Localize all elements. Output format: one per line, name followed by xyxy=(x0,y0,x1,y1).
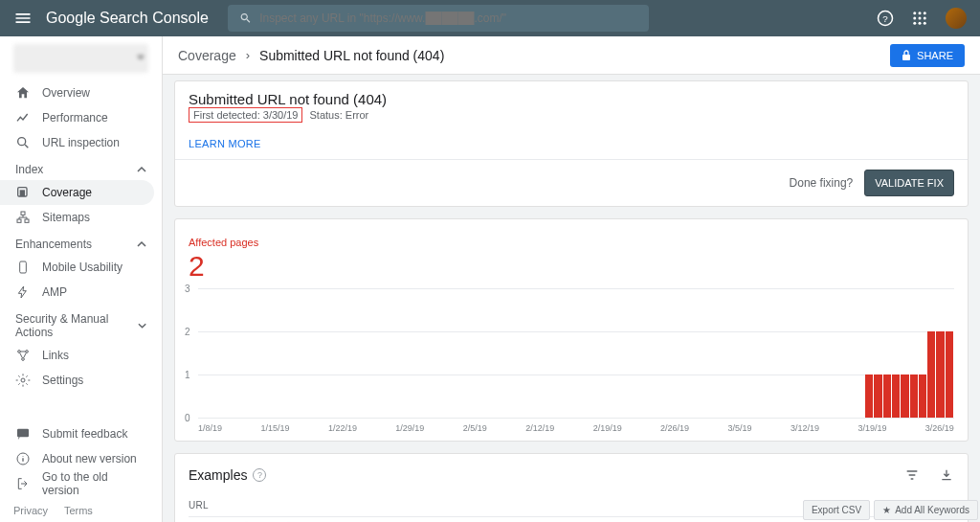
affected-pages-label: Affected pages xyxy=(189,237,954,248)
sidebar: Overview Performance URL inspection Inde… xyxy=(0,36,163,522)
svg-rect-17 xyxy=(20,261,27,273)
svg-rect-24 xyxy=(902,55,910,60)
chart-x-axis: 1/8/191/15/191/22/191/29/192/5/192/12/19… xyxy=(198,423,954,433)
affected-pages-count: 2 xyxy=(189,250,954,283)
svg-text:?: ? xyxy=(882,13,888,24)
exit-icon xyxy=(15,476,31,491)
sidebar-item-old-version[interactable]: Go to the old version xyxy=(0,471,162,496)
share-button[interactable]: SHARE xyxy=(890,44,965,67)
search-icon xyxy=(239,11,252,25)
sidebar-label: Links xyxy=(42,349,69,362)
sidebar-label: Settings xyxy=(42,374,83,387)
chevron-up-icon xyxy=(137,239,146,249)
learn-more-link[interactable]: LEARN MORE xyxy=(189,138,261,149)
issue-meta: First detected: 3/30/19 Status: Error xyxy=(189,109,954,121)
logo-sc: Search Console xyxy=(100,10,209,26)
sidebar-footer: Privacy Terms xyxy=(13,505,106,516)
svg-rect-15 xyxy=(17,219,21,222)
logo-google: Google xyxy=(46,10,96,26)
amp-icon xyxy=(15,284,31,300)
svg-point-9 xyxy=(919,22,922,25)
sidebar-item-amp[interactable]: AMP xyxy=(0,280,162,305)
status-value: Error xyxy=(345,109,368,121)
lock-icon xyxy=(902,50,911,61)
sidebar-item-performance[interactable]: Performance xyxy=(0,105,162,130)
svg-point-11 xyxy=(18,138,26,146)
sidebar-section-security[interactable]: Security & Manual Actions xyxy=(0,305,162,343)
gear-icon xyxy=(15,373,31,388)
validate-fix-button[interactable]: VALIDATE FIX xyxy=(864,170,954,196)
svg-point-20 xyxy=(22,358,25,361)
add-kw-label: Add All Keywords xyxy=(895,505,969,515)
first-detected-label: First detected: xyxy=(193,109,260,121)
section-label: Security & Manual Actions xyxy=(15,312,138,339)
svg-rect-13 xyxy=(20,190,25,196)
status-label: Status: xyxy=(310,109,343,121)
sidebar-section-index[interactable]: Index xyxy=(0,155,162,180)
url-inspect-searchbar[interactable] xyxy=(228,5,649,32)
sidebar-item-settings[interactable]: Settings xyxy=(0,368,162,393)
svg-point-8 xyxy=(913,22,916,25)
extension-toolbar: Export CSV ★Add All Keywords xyxy=(803,500,978,520)
sidebar-item-feedback[interactable]: Submit feedback xyxy=(0,421,162,446)
terms-link[interactable]: Terms xyxy=(64,505,93,516)
issue-summary-card: Submitted URL not found (404) First dete… xyxy=(174,80,969,207)
sidebar-label: URL inspection xyxy=(42,136,120,149)
sidebar-label: Sitemaps xyxy=(42,211,90,224)
property-selector[interactable] xyxy=(13,44,148,73)
sidebar-item-mobile[interactable]: Mobile Usability xyxy=(0,255,162,280)
svg-point-5 xyxy=(913,17,916,20)
sidebar-label: Performance xyxy=(42,111,108,125)
chevron-right-icon: › xyxy=(246,48,250,62)
affected-pages-chart: 0123 xyxy=(189,288,954,418)
coverage-icon xyxy=(15,185,31,200)
svg-point-10 xyxy=(924,22,926,25)
svg-rect-14 xyxy=(21,212,25,215)
hamburger-icon[interactable] xyxy=(13,9,33,28)
section-label: Enhancements xyxy=(15,238,92,251)
svg-point-6 xyxy=(919,17,922,20)
chevron-down-icon xyxy=(138,321,146,330)
help-icon[interactable]: ? xyxy=(877,10,894,27)
apps-icon[interactable] xyxy=(911,10,928,27)
first-detected-value: 3/30/19 xyxy=(263,109,299,121)
sidebar-item-links[interactable]: Links xyxy=(0,343,162,368)
sidebar-item-about[interactable]: About new version xyxy=(0,446,162,471)
svg-point-2 xyxy=(913,11,916,14)
svg-point-21 xyxy=(21,378,25,382)
sidebar-section-enhancements[interactable]: Enhancements xyxy=(0,230,162,255)
search-icon xyxy=(15,135,31,150)
sidebar-label: Go to the old version xyxy=(42,470,146,497)
add-keywords-button[interactable]: ★Add All Keywords xyxy=(874,500,978,520)
app-logo: Google Search Console xyxy=(46,10,209,27)
breadcrumb: Coverage › Submitted URL not found (404)… xyxy=(163,36,980,75)
links-icon xyxy=(15,348,31,363)
export-csv-button[interactable]: Export CSV xyxy=(803,500,870,520)
sidebar-item-sitemaps[interactable]: Sitemaps xyxy=(0,205,162,230)
chevron-up-icon xyxy=(137,165,146,174)
examples-title: Examples xyxy=(189,467,247,483)
download-icon[interactable] xyxy=(939,467,954,483)
privacy-link[interactable]: Privacy xyxy=(13,505,48,516)
issue-title: Submitted URL not found (404) xyxy=(189,91,954,107)
sidebar-item-overview[interactable]: Overview xyxy=(0,80,162,105)
help-icon[interactable]: ? xyxy=(253,468,266,482)
sidebar-label: About new version xyxy=(42,452,137,465)
breadcrumb-root[interactable]: Coverage xyxy=(178,48,236,63)
share-label: SHARE xyxy=(917,50,953,61)
done-fixing-text: Done fixing? xyxy=(790,176,854,190)
sidebar-label: Submit feedback xyxy=(42,427,127,441)
avatar[interactable] xyxy=(946,8,967,29)
affected-pages-card: Affected pages 2 0123 1/8/191/15/191/22/… xyxy=(174,218,969,442)
main-content: Coverage › Submitted URL not found (404)… xyxy=(163,36,980,522)
section-label: Index xyxy=(15,163,43,176)
svg-rect-16 xyxy=(25,219,29,222)
sidebar-item-url-inspection[interactable]: URL inspection xyxy=(0,130,162,155)
info-icon xyxy=(15,451,31,466)
trend-icon xyxy=(15,110,31,125)
feedback-icon xyxy=(15,426,31,442)
filter-icon[interactable] xyxy=(904,467,920,483)
url-inspect-input[interactable] xyxy=(259,11,637,25)
sidebar-item-coverage[interactable]: Coverage xyxy=(0,180,154,205)
sidebar-label: AMP xyxy=(42,285,67,299)
